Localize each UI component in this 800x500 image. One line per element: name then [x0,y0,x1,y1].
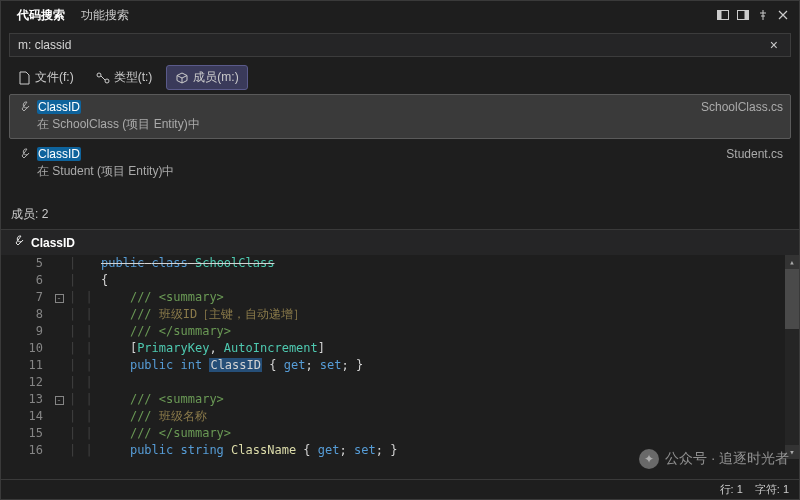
result-name: ClassID [37,100,81,114]
wrench-icon [17,147,31,161]
clear-search-icon[interactable]: × [766,37,782,53]
status-line: 行: 1 [720,482,743,497]
filter-label: 类型(t:) [114,69,153,86]
filter-members[interactable]: 成员(m:) [166,65,247,90]
result-context: 在 SchoolClass (项目 Entity)中 [17,114,783,133]
svg-rect-3 [745,11,749,20]
svg-rect-1 [718,11,722,20]
code-preview[interactable]: 5678910111213141516 - - ||| || || || || … [1,255,799,459]
wrench-icon [11,234,25,251]
scrollbar-thumb[interactable] [785,269,799,329]
members-count: 成员: 2 [1,188,799,229]
search-bar[interactable]: × [9,33,791,57]
status-bar: 行: 1 字符: 1 [1,479,799,499]
wrench-icon [17,100,31,114]
close-icon[interactable] [775,8,791,22]
filter-label: 文件(f:) [35,69,74,86]
tab-feature-search[interactable]: 功能搜索 [73,3,137,28]
pin-icon[interactable] [755,8,771,22]
dock-right-icon[interactable] [735,8,751,22]
cube-icon [175,71,189,85]
result-item[interactable]: ClassID SchoolClass.cs 在 SchoolClass (项目… [9,94,791,139]
titlebar: 代码搜索 功能搜索 [1,1,799,29]
results-list: ClassID SchoolClass.cs 在 SchoolClass (项目… [1,94,799,186]
status-char: 字符: 1 [755,482,789,497]
type-icon [96,71,110,85]
preview-header: ClassID [1,229,799,255]
result-context: 在 Student (项目 Entity)中 [17,161,783,180]
result-name: ClassID [37,147,81,161]
result-file: Student.cs [726,147,783,161]
filter-files[interactable]: 文件(f:) [9,66,82,89]
result-file: SchoolClass.cs [701,100,783,114]
file-icon [17,71,31,85]
search-input[interactable] [18,38,766,52]
scroll-down-icon[interactable]: ▾ [785,445,799,459]
result-item[interactable]: ClassID Student.cs 在 Student (项目 Entity)… [9,141,791,186]
scroll-up-icon[interactable]: ▴ [785,255,799,269]
preview-title: ClassID [31,236,75,250]
filter-types[interactable]: 类型(t:) [88,66,161,89]
filter-bar: 文件(f:) 类型(t:) 成员(m:) [1,61,799,94]
tab-code-search[interactable]: 代码搜索 [9,3,73,28]
filter-label: 成员(m:) [193,69,238,86]
svg-point-4 [97,73,101,77]
svg-point-5 [105,79,109,83]
dock-left-icon[interactable] [715,8,731,22]
